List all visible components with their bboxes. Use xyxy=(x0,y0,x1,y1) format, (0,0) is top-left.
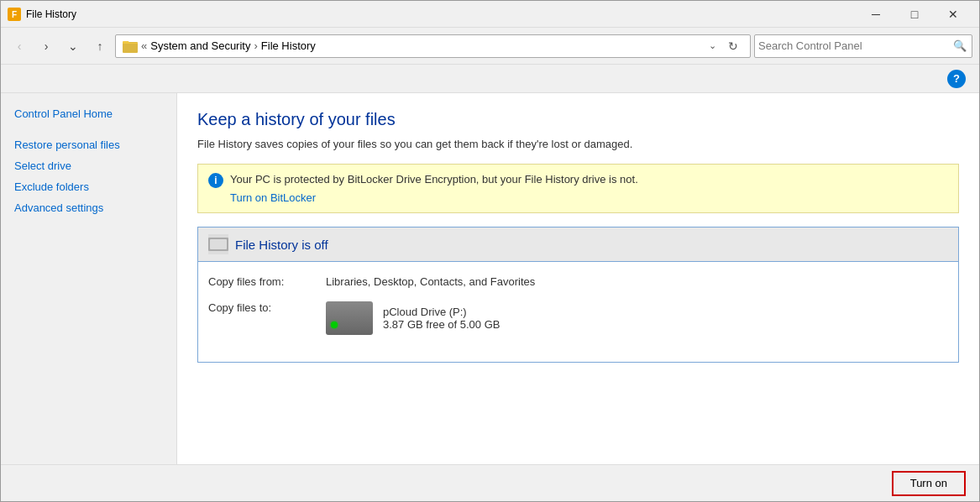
up-button[interactable]: ↑ xyxy=(88,34,112,58)
status-title: File History is off xyxy=(235,238,328,252)
maximize-button[interactable]: □ xyxy=(895,1,934,28)
file-history-icon: F xyxy=(8,8,21,21)
search-input[interactable] xyxy=(758,39,951,52)
copy-from-row: Copy files from: Libraries, Desktop, Con… xyxy=(208,275,948,288)
sidebar: Control Panel Home Restore personal file… xyxy=(1,93,177,464)
svg-rect-4 xyxy=(210,239,227,249)
minimize-button[interactable]: ─ xyxy=(857,1,895,28)
close-button[interactable]: ✕ xyxy=(934,1,972,28)
window-title: File History xyxy=(26,8,857,20)
drive-name: pCloud Drive (P:) xyxy=(383,306,500,318)
help-button[interactable]: ? xyxy=(947,70,966,88)
title-bar: F File History ─ □ ✕ xyxy=(1,1,979,28)
sidebar-item-restore-personal-files[interactable]: Restore personal files xyxy=(1,134,176,155)
svg-text:F: F xyxy=(12,10,17,19)
breadcrumb-arrow: › xyxy=(254,39,257,52)
breadcrumb-system-security[interactable]: System and Security xyxy=(150,39,250,52)
drive-details: pCloud Drive (P:) 3.87 GB free of 5.00 G… xyxy=(383,306,500,331)
info-icon: i xyxy=(208,173,223,188)
window: F File History ─ □ ✕ ‹ › ⌄ ↑ xyxy=(0,0,980,502)
sidebar-item-control-panel-home[interactable]: Control Panel Home xyxy=(1,103,176,124)
content-area: Keep a history of your files File Histor… xyxy=(177,93,979,464)
forward-button[interactable]: › xyxy=(34,34,58,58)
back-button[interactable]: ‹ xyxy=(8,34,31,58)
drive-info: pCloud Drive (P:) 3.87 GB free of 5.00 G… xyxy=(326,301,500,335)
page-description: File History saves copies of your files … xyxy=(197,138,959,150)
dropdown-button[interactable]: ⌄ xyxy=(61,34,85,58)
main-content: Control Panel Home Restore personal file… xyxy=(1,93,979,464)
drive-icon xyxy=(326,301,373,335)
toolbar-area: ? xyxy=(1,65,979,93)
turn-on-button[interactable]: Turn on xyxy=(892,471,966,496)
copy-from-value: Libraries, Desktop, Contacts, and Favori… xyxy=(326,275,535,288)
info-box-row: i Your PC is protected by BitLocker Driv… xyxy=(208,173,948,188)
window-controls: ─ □ ✕ xyxy=(857,1,972,28)
address-bar-area: ‹ › ⌄ ↑ « System and Security › File His… xyxy=(1,28,979,65)
copy-to-row: Copy files to: pCloud Drive (P:) 3.87 GB… xyxy=(208,301,948,335)
refresh-button[interactable]: ↻ xyxy=(723,36,743,56)
info-box: i Your PC is protected by BitLocker Driv… xyxy=(197,164,959,213)
breadcrumb-separator0: « xyxy=(141,39,147,52)
breadcrumb-file-history: File History xyxy=(261,39,316,52)
copy-to-label: Copy files to: xyxy=(208,301,326,314)
status-panel-body: Copy files from: Libraries, Desktop, Con… xyxy=(198,262,958,362)
address-dropdown-btn[interactable]: ⌄ xyxy=(705,40,720,51)
bottom-bar: Turn on xyxy=(1,464,979,501)
sidebar-item-exclude-folders[interactable]: Exclude folders xyxy=(1,176,176,197)
info-box-text: Your PC is protected by BitLocker Drive … xyxy=(230,173,638,186)
sidebar-item-select-drive[interactable]: Select drive xyxy=(1,155,176,176)
status-panel: File History is off Copy files from: Lib… xyxy=(197,227,959,363)
turn-on-bitlocker-link[interactable]: Turn on BitLocker xyxy=(230,191,948,204)
copy-from-label: Copy files from: xyxy=(208,275,326,288)
sidebar-item-advanced-settings[interactable]: Advanced settings xyxy=(1,197,176,218)
page-title: Keep a history of your files xyxy=(197,110,959,129)
status-panel-header: File History is off xyxy=(198,227,958,262)
drive-space: 3.87 GB free of 5.00 GB xyxy=(383,318,500,331)
address-bar[interactable]: « System and Security › File History ⌄ ↻ xyxy=(115,34,751,58)
status-panel-icon xyxy=(208,234,228,254)
search-icon[interactable]: 🔍 xyxy=(951,38,968,55)
search-box[interactable]: 🔍 xyxy=(754,34,972,58)
address-folder-icon xyxy=(123,39,138,54)
